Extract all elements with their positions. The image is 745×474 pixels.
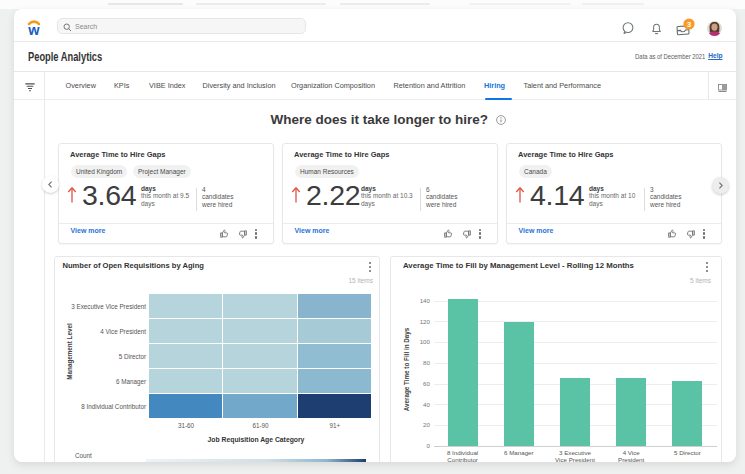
- svg-text:w: w: [27, 22, 40, 37]
- svg-text:3: 3: [687, 19, 691, 28]
